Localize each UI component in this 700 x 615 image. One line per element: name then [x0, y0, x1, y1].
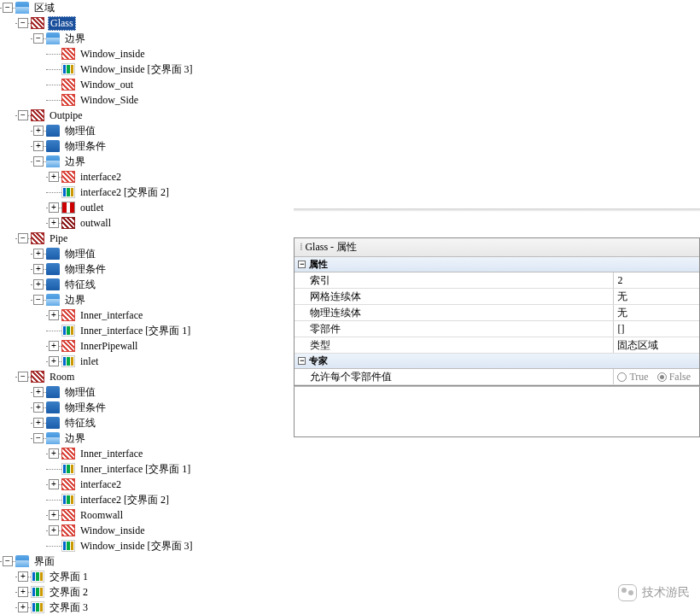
- plus-icon[interactable]: +: [49, 202, 59, 213]
- tree-node-boundary-item[interactable]: Window_out: [0, 77, 294, 92]
- plus-icon[interactable]: +: [49, 172, 59, 182]
- plus-icon[interactable]: +: [33, 264, 44, 274]
- minus-icon[interactable]: −: [33, 295, 44, 305]
- property-group-header[interactable]: − 专家: [295, 354, 699, 369]
- property-value[interactable]: 2: [614, 272, 699, 288]
- tree-node-boundary-item[interactable]: +Roomwall: [0, 507, 294, 523]
- plus-icon[interactable]: +: [33, 126, 44, 136]
- property-row[interactable]: 允许每个零部件值 True False: [295, 369, 699, 385]
- wall-icon: [61, 309, 75, 321]
- tree-node-interface[interactable]: +交界面 1: [0, 569, 294, 584]
- property-value[interactable]: 固态区域: [614, 337, 699, 353]
- tree-node[interactable]: +物理值: [0, 123, 294, 138]
- plus-icon[interactable]: +: [49, 218, 59, 228]
- tree-node-boundary-item[interactable]: +Inner_interface: [0, 446, 294, 461]
- tree-node-boundary-item[interactable]: +interface2: [0, 169, 294, 184]
- tree-node-room[interactable]: −Room: [0, 369, 294, 384]
- tree-node-outpipe[interactable]: −Outpipe: [0, 108, 294, 123]
- property-row[interactable]: 物理连续体无: [295, 305, 699, 321]
- tree-node-glass[interactable]: − Glass: [0, 15, 294, 31]
- radio-true[interactable]: True: [617, 371, 648, 384]
- tree-node-boundary-item[interactable]: +inlet: [0, 354, 294, 369]
- plus-icon[interactable]: +: [18, 602, 28, 612]
- minus-icon[interactable]: −: [18, 372, 28, 382]
- tree-node-boundary-item[interactable]: interface2 [交界面 2]: [0, 492, 294, 507]
- minus-icon[interactable]: −: [33, 33, 44, 44]
- minus-icon[interactable]: −: [33, 156, 44, 167]
- plus-icon[interactable]: +: [33, 141, 44, 151]
- wall-icon: [61, 48, 75, 60]
- label: 边界: [63, 155, 87, 169]
- minus-icon[interactable]: −: [18, 110, 28, 120]
- plus-icon[interactable]: +: [18, 587, 28, 597]
- tree-node[interactable]: +物理条件: [0, 138, 294, 154]
- plus-icon[interactable]: +: [33, 418, 44, 428]
- plus-icon[interactable]: +: [33, 402, 44, 413]
- tree-node-boundary-item[interactable]: Inner_interface [交界面 1]: [0, 323, 294, 338]
- minus-icon[interactable]: −: [33, 433, 44, 443]
- interface-icon: [61, 540, 75, 552]
- interface-icon: [31, 601, 44, 613]
- minus-icon[interactable]: −: [18, 233, 28, 243]
- collapse-icon[interactable]: −: [298, 357, 306, 365]
- property-row[interactable]: 索引2: [295, 272, 699, 289]
- property-row[interactable]: 网格连续体无: [295, 289, 699, 305]
- property-value[interactable]: 无: [614, 305, 699, 320]
- tree-node[interactable]: +物理值: [0, 246, 294, 261]
- tree-node-boundary-item[interactable]: +outlet: [0, 200, 294, 215]
- tree-node-boundary-item[interactable]: +Window_inside: [0, 523, 294, 538]
- minus-icon[interactable]: −: [18, 18, 28, 28]
- plus-icon[interactable]: +: [33, 387, 44, 397]
- tree-node-region[interactable]: − 区域: [0, 0, 294, 15]
- tree-node-boundary-item[interactable]: +outwall: [0, 215, 294, 231]
- plus-icon[interactable]: +: [49, 341, 59, 351]
- property-group-header[interactable]: − 属性: [295, 257, 699, 272]
- label: 边界: [63, 32, 87, 46]
- tree-node-boundary-item[interactable]: Inner_interface [交界面 1]: [0, 461, 294, 477]
- property-key: 类型: [295, 337, 614, 353]
- folder-icon: [15, 555, 29, 567]
- tree-node-boundary-item[interactable]: Window_inside [交界面 3]: [0, 538, 294, 554]
- tree-node-boundary-item[interactable]: +Inner_interface: [0, 308, 294, 323]
- tree-node-boundary-item[interactable]: Window_inside [交界面 3]: [0, 62, 294, 77]
- property-value[interactable]: []: [614, 321, 699, 337]
- tree-node-boundary-item[interactable]: Window_inside: [0, 46, 294, 62]
- plus-icon[interactable]: +: [33, 249, 44, 259]
- plus-icon[interactable]: +: [18, 571, 28, 582]
- wall-icon: [61, 509, 75, 521]
- plus-icon[interactable]: +: [49, 525, 59, 536]
- radio-false[interactable]: False: [657, 371, 691, 384]
- minus-icon[interactable]: −: [3, 556, 13, 566]
- tree-node-boundary[interactable]: −边界: [0, 292, 294, 308]
- plus-icon[interactable]: +: [49, 310, 59, 320]
- tree-node-boundary-item[interactable]: +InnerPipewall: [0, 338, 294, 354]
- tree-node-boundary[interactable]: −边界: [0, 430, 294, 446]
- tree-node[interactable]: +物理值: [0, 384, 294, 400]
- property-row[interactable]: 零部件[]: [295, 321, 699, 337]
- tree-node-boundary[interactable]: −边界: [0, 154, 294, 169]
- minus-icon[interactable]: −: [3, 3, 13, 13]
- property-row[interactable]: 类型固态区域: [295, 337, 699, 354]
- plus-icon[interactable]: +: [49, 479, 59, 489]
- tree-node-boundary[interactable]: − 边界: [0, 31, 294, 46]
- tree-node-interface[interactable]: +交界面 2: [0, 584, 294, 600]
- label: outwall: [79, 217, 113, 230]
- tree-node-interfaces[interactable]: −界面: [0, 554, 294, 569]
- property-value[interactable]: 无: [614, 289, 699, 304]
- plus-icon[interactable]: +: [49, 356, 59, 366]
- tree-node-boundary-item[interactable]: interface2 [交界面 2]: [0, 184, 294, 200]
- tree-node[interactable]: +物理条件: [0, 261, 294, 277]
- interface-icon: [61, 63, 75, 75]
- collapse-icon[interactable]: −: [298, 261, 306, 268]
- plus-icon[interactable]: +: [33, 279, 44, 290]
- plus-icon[interactable]: +: [49, 448, 59, 459]
- tree-node-pipe[interactable]: −Pipe: [0, 231, 294, 246]
- tree-node-boundary-item[interactable]: +interface2: [0, 477, 294, 492]
- group-label: 属性: [309, 258, 328, 271]
- tree-node[interactable]: +特征线: [0, 415, 294, 430]
- tree-node[interactable]: +物理条件: [0, 400, 294, 415]
- plus-icon[interactable]: +: [49, 510, 59, 520]
- tree-node[interactable]: +特征线: [0, 277, 294, 292]
- tree-node-boundary-item[interactable]: Window_Side: [0, 92, 294, 108]
- tree-node-interface[interactable]: +交界面 3: [0, 600, 294, 615]
